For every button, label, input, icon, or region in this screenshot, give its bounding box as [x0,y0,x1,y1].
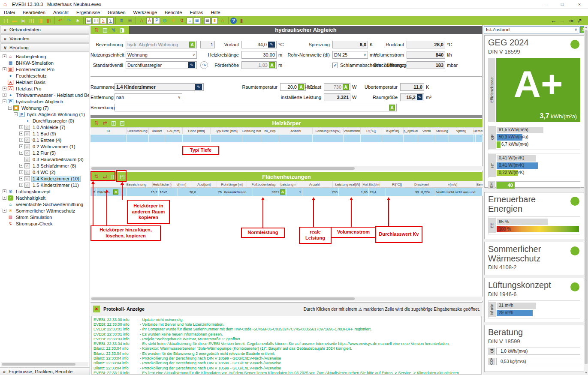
tree-expander[interactable]: + [3,67,6,71]
cell-volstrom[interactable]: 1,86 [339,188,369,196]
tree-item[interactable]: + ▦ Förderrechner Pro [0,66,89,72]
log-line[interactable]: Bilanz: 22:33:04 info - Protokollierung … [93,366,479,370]
open-folder-icon[interactable]: ▬ [11,17,18,24]
tree-expander[interactable] [3,215,6,219]
tree-expander[interactable]: − [3,99,6,103]
log-line[interactable]: Bilanz: 22:33:04 info - Protokollierung … [93,361,479,366]
tree-item[interactable]: ⌂ vereinfachte Sachwertermittlung [0,201,89,207]
cell-anzahl[interactable]: 1 [286,188,302,196]
tree-item[interactable]: + ⌂ 0.1 Entree (4) [0,137,89,143]
auto-badge[interactable]: A [189,42,195,48]
tree-item[interactable]: ● Feuchteschutz [0,72,89,79]
menu-item[interactable]: Berichte [161,10,186,15]
bhkw-icon[interactable]: ▦ [194,18,200,24]
log-line[interactable]: EVEBI: 22:33:03 info - Projekt "Wohngebä… [93,336,479,341]
sigma-blue-icon[interactable]: ∑ [107,18,114,24]
export-folder-icon[interactable]: ◧ [45,17,53,24]
bemerkung-input[interactable]: A [115,104,397,111]
empty-cell[interactable] [149,135,165,142]
log-line[interactable]: EVEBI: 22:33:04 info - Es steht keine Ak… [93,341,479,346]
column-header[interactable]: Bezeichnung [127,128,149,134]
add-row-icon[interactable]: ⇅ [93,120,100,126]
variant-select[interactable]: Ist-Zustand∨ [484,26,579,33]
rohr-nennweite-select[interactable]: DN 25∨ [332,51,368,59]
flaechen-data-row[interactable]: 2 Flächen...A 15,2 16x2 20,0 76 Keramikf… [90,188,482,196]
edit-pencil-icon[interactable]: ✎ [268,42,275,48]
tree-item[interactable]: ⌂ 0.3 Hausarbeitsraum (3) [0,156,89,162]
sidebar-hscrollbar[interactable] [1,362,88,366]
column-header[interactable]: Volumenstrom [l/h] [344,128,361,134]
beratung-card[interactable]: Beratung DIN V 18599 Qi 1,0 kWh/(m²a) CO… [484,325,584,372]
log-line[interactable]: Bilanz: 22:33:04 info - Es wurden für di… [93,351,479,356]
ee-card[interactable]: Erneuerbare Energien EE 65 % 100 % [484,192,584,239]
columns-icon[interactable]: ◫ [93,18,99,24]
cell-leistung-norm[interactable]: 3321A [253,188,286,196]
column-header[interactable]: Leistung real[W] [333,181,363,187]
sidebar-section-ergebnisse[interactable]: »Ergebnisse, Grafiken, Berichte [0,367,90,375]
sidebar-section-varianten[interactable]: »Varianten [0,34,89,43]
log-line[interactable]: EVEBI: 22:33:00 info - Update nicht notw… [93,317,479,322]
column-header[interactable]: Kv[m³/h] [382,128,404,134]
column-header[interactable]: Rl[°C]] [361,128,382,134]
column-header[interactable]: Höhe [mm] [183,128,211,134]
column-header[interactable]: hk_exp [261,128,279,134]
export-icon[interactable]: ◨ [119,27,126,33]
cell-druckverlust[interactable]: 99 [386,188,420,196]
auto-badge[interactable]: A [113,189,118,195]
forward-icon[interactable]: → [558,17,566,24]
save-icon[interactable]: ▣ [19,17,27,24]
log-line[interactable]: Bilanz: 22:33:04 info - Korrektor: Warmw… [93,346,479,351]
menu-item[interactable]: Hilfe [207,10,224,15]
empty-cell[interactable] [473,135,476,142]
tree-item[interactable]: + ⌂ 1.5 Kinderzimmer (11) [0,182,89,188]
column-header[interactable]: Leistung norm[W] [280,181,296,187]
column-header[interactable]: Anzahl [296,181,333,187]
menu-item[interactable]: Extras [186,10,207,15]
column-header[interactable]: v[m/s] [449,128,473,134]
column-header[interactable]: G/L[mm] [165,128,183,134]
wand-icon[interactable]: ∗ [74,17,81,24]
sidebar-section-beratung[interactable]: ∨Beratung [0,43,89,52]
nutzungseinheit-select[interactable]: Wohnung∨ [126,51,197,59]
empty-cell[interactable] [127,135,149,142]
heizlast-icon[interactable]: A [146,18,153,24]
cell-abstand[interactable]: 20,0 [178,188,197,196]
column-header[interactable]: Vol.Str.[l/min] [363,181,380,187]
bolt-icon[interactable]: ↯ [178,17,186,24]
empty-cell[interactable] [382,135,404,142]
column-header[interactable]: p_d[mBar] [404,128,418,134]
empty-cell[interactable] [90,135,127,142]
bezeichnung-input[interactable]: hydr. Abgleich WohnungA [126,41,197,48]
tree-expander[interactable]: + [19,164,23,168]
tree-item[interactable]: + ⌂ 1.3 Schlafzimmer (8) [0,162,89,169]
tree-expander[interactable]: + [3,189,6,193]
vorlauf-input[interactable]: 34,0✎ [241,41,277,48]
empty-cell[interactable] [165,135,183,142]
schlammabscheider-checkbox[interactable]: ✓ [332,63,338,68]
edit-pencil-icon[interactable]: ✎ [417,94,422,100]
copy-icon[interactable]: ◫ [28,17,36,24]
maximize-button[interactable]: □ [554,0,571,9]
cell-rl[interactable]: 28,4 [369,188,386,196]
auto-badge[interactable]: A [280,189,285,195]
raumgroesse-field[interactable]: 15,2✎ [400,93,424,101]
tree-item[interactable]: + ⌂ 0.2 Wohnzimmer (1) [0,143,89,150]
column-header[interactable]: Anzahl [279,128,313,134]
tree-item[interactable]: + A Heizlast Pro [0,85,89,92]
edit-pencil-icon[interactable]: ✎ [195,84,202,90]
copy-icon[interactable]: ◫ [102,27,109,33]
column-header[interactable]: Typ/Tiefe [mm] [211,128,242,134]
redo-icon[interactable]: ↷ [65,17,73,24]
empty-cell[interactable] [211,135,242,142]
log-line[interactable]: EVEBI: 22:33:01 info - Ihr Computer wurd… [93,327,479,332]
main-hscrollbar[interactable] [90,297,482,301]
cell-bemerkung[interactable]: Ventil reicht nicht aus und [435,188,482,196]
empty-cell[interactable] [404,135,418,142]
tree-expander[interactable]: − [8,106,12,110]
tree-expander[interactable]: + [19,177,23,180]
copy-row-icon[interactable]: ◫ [110,120,117,126]
tree-expander[interactable] [19,119,23,123]
goto-icon[interactable]: ⇥ [567,17,575,24]
scroll-up-icon[interactable]: ▲ [584,25,588,29]
tree-item[interactable]: + ● Trinkwarmwasser - Heizlast und Bedar [0,92,89,98]
